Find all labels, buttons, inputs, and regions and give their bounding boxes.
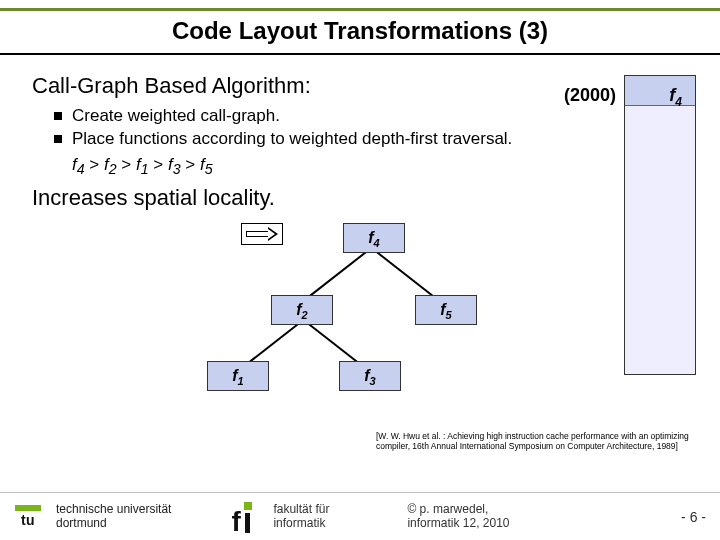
node-f1: f1 [207, 361, 269, 391]
uni-line1: technische universität [56, 503, 171, 516]
year-label: (2000) [564, 85, 616, 106]
content-area: (2000) f4 Call-Graph Based Algorithm: Cr… [0, 73, 720, 391]
fi-logo-f: f [231, 511, 240, 533]
section-heading-2: Increases spatial locality. [32, 185, 696, 211]
slide-title: Code Layout Transformations (3) [0, 17, 720, 45]
ord-gt1: > [85, 155, 104, 174]
bullet-1: Create weighted call-graph. [54, 105, 696, 128]
ord-gt3: > [149, 155, 168, 174]
fak-line2: informatik [273, 517, 329, 530]
node-f3: f3 [339, 361, 401, 391]
ord-s5: 5 [205, 161, 213, 177]
node-f5-s: 5 [446, 309, 452, 321]
call-tree: f4 f2 f5 f1 f3 [149, 221, 579, 391]
fi-logo-i [245, 513, 250, 533]
cred-line2: informatik 12, 2010 [407, 517, 509, 530]
tu-logo: tu [6, 505, 50, 528]
uni-line2: dortmund [56, 517, 171, 530]
node-f4: f4 [343, 223, 405, 253]
copyright: © p. marwedel, informatik 12, 2010 [407, 503, 509, 529]
page-number: - 6 - [681, 509, 706, 525]
footer: tu technische universität dortmund f fak… [0, 492, 720, 540]
ord-s3: 3 [173, 161, 181, 177]
cred-line1: © p. marwedel, [407, 503, 509, 516]
node-f2-s: 2 [302, 309, 308, 321]
arrow-icon [241, 223, 283, 245]
node-f4-s: 4 [374, 237, 380, 249]
bullet-2: Place functions according to weighted de… [54, 128, 696, 151]
node-f5: f5 [415, 295, 477, 325]
title-underline [0, 53, 720, 55]
top-accent-rule [0, 8, 720, 11]
node-f2: f2 [271, 295, 333, 325]
ord-s4: 4 [77, 161, 85, 177]
ord-gt4: > [181, 155, 200, 174]
tu-logo-text: tu [21, 512, 35, 528]
ord-s2: 2 [109, 161, 117, 177]
university-name: technische universität dortmund [56, 503, 171, 529]
ord-gt2: > [117, 155, 136, 174]
bullet-list: Create weighted call-graph. Place functi… [54, 105, 696, 151]
fi-logo-dot [244, 502, 252, 510]
ord-s1: 1 [141, 161, 149, 177]
memory-cell-f4 [625, 76, 695, 106]
citation-text: [W. W. Hwu et al. : Achieving high instr… [376, 432, 706, 452]
tu-logo-bar [15, 505, 41, 511]
node-f1-s: 1 [238, 375, 244, 387]
function-order: f4 > f2 > f1 > f3 > f5 [72, 155, 696, 177]
node-f3-s: 3 [370, 375, 376, 387]
faculty-name: fakultät für informatik [273, 503, 329, 529]
fak-line1: fakultät für [273, 503, 329, 516]
fi-logo: f [231, 500, 265, 534]
